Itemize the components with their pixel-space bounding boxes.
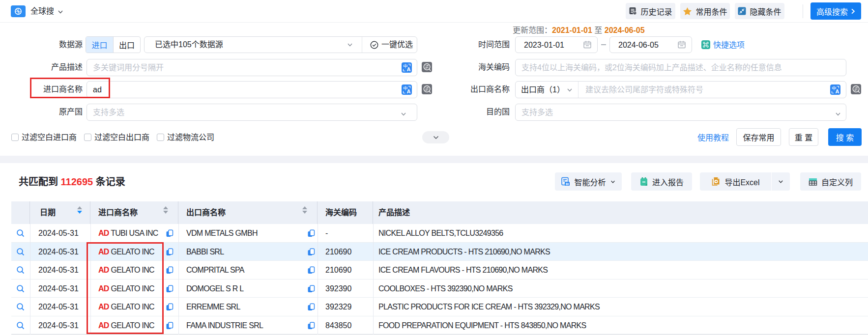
svg-text:A: A bbox=[407, 88, 411, 94]
svg-text:BI: BI bbox=[566, 182, 569, 186]
svg-text:A: A bbox=[836, 88, 839, 94]
svg-text:A: A bbox=[407, 66, 411, 72]
